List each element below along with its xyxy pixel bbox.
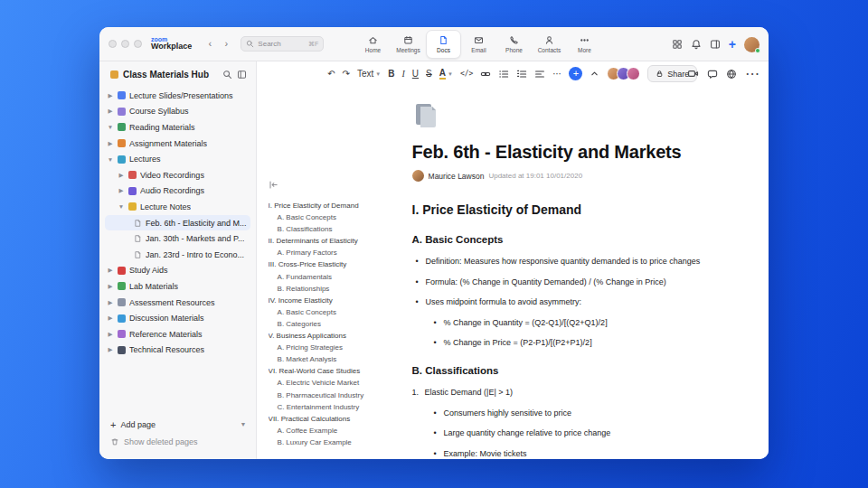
sidebar-item-audio-recordings[interactable]: ▶ Audio Recordings bbox=[105, 183, 250, 200]
outline-item[interactable]: I. Price Elasticity of Demand bbox=[269, 200, 396, 211]
chevron-right-icon[interactable]: ▶ bbox=[107, 299, 114, 306]
sidebar-collapse-icon[interactable] bbox=[237, 70, 247, 80]
document-content[interactable]: Feb. 6th - Elasticity and Markets Mauric… bbox=[401, 86, 769, 459]
italic-button[interactable]: I bbox=[401, 70, 404, 79]
chevron-right-icon[interactable]: ▶ bbox=[118, 187, 125, 194]
outline-item[interactable]: III. Cross-Price Elasticity bbox=[269, 258, 396, 270]
sidebar-item-reference-materials[interactable]: ▶ Reference Materials bbox=[105, 326, 250, 343]
collaborator-avatar[interactable] bbox=[627, 67, 640, 80]
outline-item[interactable]: A. Primary Factors bbox=[269, 247, 396, 258]
tab-home[interactable]: Home bbox=[355, 30, 391, 59]
undo-button[interactable]: ↶ bbox=[327, 70, 335, 79]
sidebar-item-lecture-slides[interactable]: ▶ Lecture Slides/Presentations bbox=[105, 88, 250, 104]
user-avatar[interactable] bbox=[744, 37, 760, 52]
numbered-item[interactable]: 1. Elastic Demand (|E| > 1) bbox=[412, 387, 732, 398]
tab-meetings[interactable]: Meetings bbox=[391, 30, 426, 59]
tab-contacts[interactable]: Contacts bbox=[532, 30, 567, 59]
sidebar-item-lectures[interactable]: ▼ Lectures bbox=[105, 151, 250, 167]
chevron-down-icon[interactable]: ▼ bbox=[107, 124, 114, 130]
chevron-right-icon[interactable]: ▶ bbox=[107, 346, 114, 353]
outline-item[interactable]: B. Luxury Car Example bbox=[269, 436, 396, 448]
sub-bullet-item[interactable]: Consumers highly sensitive to price bbox=[430, 408, 732, 418]
chevron-right-icon[interactable]: ▶ bbox=[107, 283, 114, 290]
add-page-button[interactable]: + Add page ▼ bbox=[110, 416, 247, 433]
sidebar-item-technical-resources[interactable]: ▶ Technical Resources bbox=[105, 343, 250, 359]
tab-phone[interactable]: Phone bbox=[496, 30, 532, 59]
toolbar-more-button[interactable]: ⋯ bbox=[552, 70, 561, 79]
sidebar-item-course-syllabus[interactable]: ▶ Course Syllabus bbox=[105, 104, 250, 120]
outline-item[interactable]: V. Business Applications bbox=[269, 330, 396, 342]
bullet-item[interactable]: Formula: (% Change in Quantity Demanded)… bbox=[412, 277, 732, 287]
tab-docs[interactable]: Docs bbox=[426, 30, 461, 59]
outline-item[interactable]: B. Market Analysis bbox=[269, 353, 396, 365]
sub-bullet-item[interactable]: Example: Movie tickets bbox=[430, 448, 732, 459]
tab-more[interactable]: More bbox=[567, 30, 602, 59]
outline-item[interactable]: IV. Income Elasticity bbox=[269, 295, 396, 306]
numbered-list-icon[interactable] bbox=[516, 69, 527, 80]
new-item-plus-button[interactable]: + bbox=[729, 38, 736, 51]
close-button[interactable] bbox=[108, 40, 117, 48]
show-deleted-pages-button[interactable]: Show deleted pages bbox=[110, 433, 247, 450]
zoom-button[interactable] bbox=[134, 40, 142, 48]
video-camera-icon[interactable] bbox=[687, 68, 699, 80]
chevron-right-icon[interactable]: ▶ bbox=[107, 314, 114, 322]
outline-item[interactable]: A. Electric Vehicle Market bbox=[269, 377, 396, 389]
back-button[interactable]: ‹ bbox=[203, 37, 217, 52]
chevron-right-icon[interactable]: ▶ bbox=[107, 92, 114, 99]
outline-item[interactable]: A. Fundamentals bbox=[269, 271, 396, 283]
outline-item[interactable]: B. Categories bbox=[269, 318, 396, 330]
globe-icon[interactable] bbox=[726, 69, 737, 80]
sidebar-item-reading-materials[interactable]: ▼ Reading Materials bbox=[105, 119, 250, 136]
outline-item[interactable]: B. Classifications bbox=[269, 223, 396, 235]
chevron-down-icon[interactable]: ▼ bbox=[107, 156, 114, 163]
outline-item[interactable]: A. Basic Concepts bbox=[269, 306, 396, 318]
bullet-list-icon[interactable] bbox=[498, 69, 509, 80]
redo-button[interactable]: ↷ bbox=[343, 70, 350, 79]
bullet-item[interactable]: Uses midpoint formula to avoid asymmetry… bbox=[412, 296, 732, 307]
outline-item[interactable]: VI. Real-World Case Studies bbox=[269, 365, 396, 377]
search-input[interactable]: Search ⌘F bbox=[241, 36, 324, 52]
comment-icon[interactable] bbox=[707, 69, 718, 80]
chevron-right-icon[interactable]: ▶ bbox=[107, 267, 114, 274]
chevron-up-icon[interactable] bbox=[590, 69, 599, 79]
bold-button[interactable]: B bbox=[388, 70, 394, 79]
insert-block-button[interactable]: + bbox=[569, 67, 582, 80]
code-button[interactable]: </> bbox=[460, 70, 473, 78]
outline-item[interactable]: B. Pharmaceutical Industry bbox=[269, 389, 396, 401]
section-heading[interactable]: I. Price Elasticity of Demand bbox=[412, 202, 732, 217]
sub-bullet-item[interactable]: % Change in Price = (P2-P1)/[(P2+P1)/2] bbox=[430, 337, 732, 348]
subsection-heading[interactable]: B. Classifications bbox=[412, 365, 732, 376]
underline-button[interactable]: U bbox=[412, 70, 419, 79]
subsection-heading[interactable]: A. Basic Concepts bbox=[412, 234, 732, 245]
collapse-outline-icon[interactable] bbox=[269, 180, 278, 190]
bullet-item[interactable]: Definition: Measures how responsive quan… bbox=[412, 256, 732, 267]
strikethrough-button[interactable]: S bbox=[426, 70, 432, 79]
align-icon[interactable] bbox=[534, 69, 545, 80]
apps-grid-icon[interactable] bbox=[672, 39, 683, 50]
sidebar-item-assessment-resources[interactable]: ▶ Assessment Resources bbox=[105, 295, 250, 311]
outline-item[interactable]: A. Coffee Example bbox=[269, 425, 396, 436]
chevron-right-icon[interactable]: ▶ bbox=[107, 331, 114, 338]
editor-more-button[interactable]: ⋯ bbox=[745, 67, 760, 81]
sidebar-item-discussion-materials[interactable]: ▶ Discussion Materials bbox=[105, 310, 250, 326]
notifications-bell-icon[interactable] bbox=[691, 39, 702, 50]
sidebar-item-feb-6th-doc[interactable]: Feb. 6th - Elasticity and M... bbox=[105, 215, 250, 231]
chevron-down-icon[interactable]: ▼ bbox=[118, 203, 125, 210]
chevron-right-icon[interactable]: ▶ bbox=[118, 172, 125, 179]
chevron-right-icon[interactable]: ▶ bbox=[107, 140, 114, 147]
outline-item[interactable]: II. Determinants of Elasticity bbox=[269, 235, 396, 247]
sub-bullet-item[interactable]: % Change in Quantity = (Q2-Q1)/[(Q2+Q1)/… bbox=[430, 317, 732, 328]
panel-toggle-icon[interactable] bbox=[710, 39, 721, 50]
document-title[interactable]: Feb. 6th - Elasticity and Markets bbox=[412, 142, 732, 163]
outline-item[interactable]: VII. Practical Calculations bbox=[269, 413, 396, 425]
sidebar-item-study-aids[interactable]: ▶ Study Aids bbox=[105, 263, 250, 279]
link-icon[interactable] bbox=[480, 69, 491, 80]
text-style-dropdown[interactable]: Text▼ bbox=[357, 70, 381, 79]
outline-item[interactable]: B. Relationships bbox=[269, 283, 396, 295]
sidebar-item-video-recordings[interactable]: ▶ Video Recordings bbox=[105, 167, 250, 183]
chevron-right-icon[interactable]: ▶ bbox=[107, 108, 114, 115]
forward-button[interactable]: › bbox=[219, 37, 233, 52]
outline-item[interactable]: C. Entertainment Industry bbox=[269, 401, 396, 413]
sidebar-item-lecture-notes[interactable]: ▼ Lecture Notes bbox=[105, 199, 250, 215]
sidebar-item-lab-materials[interactable]: ▶ Lab Materials bbox=[105, 278, 250, 295]
